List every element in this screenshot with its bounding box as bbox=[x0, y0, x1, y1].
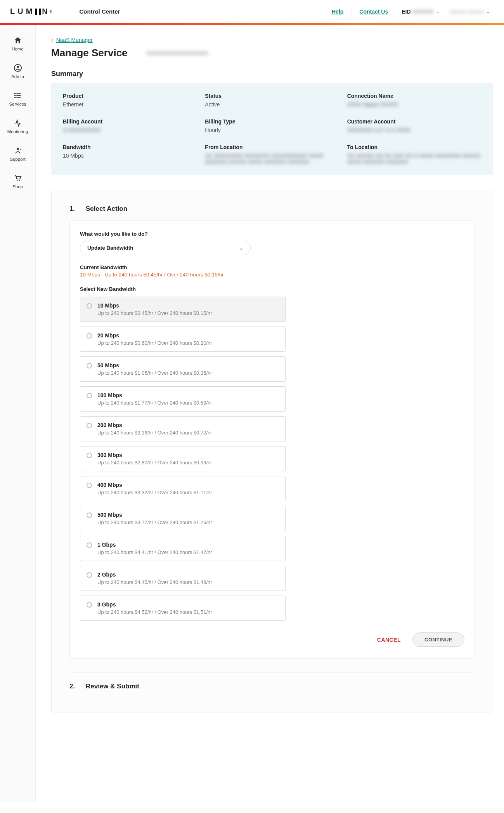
option-title: 50 Mbps bbox=[97, 362, 279, 368]
breadcrumb: ‹ NaaS Manager bbox=[51, 37, 493, 43]
step1-header: 1. Select Action bbox=[69, 205, 475, 213]
option-title: 3 Gbps bbox=[97, 601, 279, 608]
radio-icon bbox=[87, 572, 92, 578]
divider bbox=[396, 6, 396, 17]
option-subtitle: Up to 240 hours $0.45/hr / Over 240 hour… bbox=[97, 310, 279, 316]
summary-item: StatusActive bbox=[205, 93, 339, 108]
summary-label: From Location bbox=[205, 144, 339, 150]
support-icon bbox=[14, 146, 22, 155]
step1-body: What would you like to do? Update Bandwi… bbox=[69, 221, 475, 659]
summary-card: ProductEthernetStatusActiveConnection Na… bbox=[51, 83, 493, 175]
summary-value: XXXXXXX LLC X-X XXXX bbox=[347, 127, 481, 133]
user-name: xxxxxx.xxxxxx bbox=[450, 9, 484, 15]
eid-label: EID bbox=[402, 9, 410, 15]
summary-item: Customer AccountXXXXXXX LLC X-X XXXX bbox=[347, 118, 481, 133]
bandwidth-option[interactable]: 50 MbpsUp to 240 hours $1.05/hr / Over 2… bbox=[80, 356, 286, 382]
action-selected-label: Update Bandwidth bbox=[87, 245, 133, 251]
new-bandwidth-label: Select New Bandwidth bbox=[80, 286, 464, 292]
app-title: Control Center bbox=[79, 8, 120, 15]
option-subtitle: Up to 240 hours $3.32/hr / Over 240 hour… bbox=[97, 490, 279, 495]
summary-item: From LocationXX XXXXXXXX XXXXXXX XXXXXXX… bbox=[205, 144, 339, 165]
sidebar-item-label: Shop bbox=[12, 184, 23, 189]
radio-icon bbox=[87, 363, 92, 368]
bandwidth-option[interactable]: 300 MbpsUp to 240 hours $2.80/hr / Over … bbox=[80, 446, 286, 471]
option-title: 2 Gbps bbox=[97, 572, 279, 578]
summary-item: Connection NameXXXX Space XXXXX bbox=[347, 93, 481, 108]
summary-item: To LocationXX XXXXX XX XX XXX XX.X XXXX … bbox=[347, 144, 481, 165]
option-title: 200 Mbps bbox=[97, 422, 279, 428]
option-title: 100 Mbps bbox=[97, 392, 279, 398]
option-title: 10 Mbps bbox=[97, 302, 279, 309]
summary-item: Bandwidth10 Mbps bbox=[63, 144, 197, 165]
summary-heading: Summary bbox=[51, 70, 493, 78]
list-icon bbox=[14, 91, 22, 100]
summary-item: ProductEthernet bbox=[63, 93, 197, 108]
chevron-left-icon[interactable]: ‹ bbox=[51, 37, 53, 43]
radio-icon bbox=[87, 483, 92, 488]
chevron-down-icon[interactable]: ⌄ bbox=[436, 9, 440, 14]
sidebar-item-shop[interactable]: Shop bbox=[0, 168, 35, 195]
option-title: 400 Mbps bbox=[97, 482, 279, 488]
summary-value: Active bbox=[205, 101, 339, 108]
activity-icon bbox=[14, 119, 22, 127]
bandwidth-option[interactable]: 10 MbpsUp to 240 hours $0.45/hr / Over 2… bbox=[80, 297, 286, 322]
summary-label: Billing Type bbox=[205, 118, 339, 125]
svg-point-1 bbox=[17, 66, 19, 68]
svg-rect-3 bbox=[16, 93, 21, 94]
step-title: Select Action bbox=[86, 205, 127, 213]
sidebar-item-monitoring[interactable]: Monitoring bbox=[0, 113, 35, 140]
eid-value: 0000000 bbox=[412, 9, 434, 15]
contact-link[interactable]: Contact Us bbox=[359, 9, 388, 15]
summary-label: Status bbox=[205, 93, 339, 99]
option-subtitle: Up to 240 hours $0.60/hr / Over 240 hour… bbox=[97, 340, 279, 346]
cancel-button[interactable]: CANCEL bbox=[375, 636, 403, 643]
summary-value: XX XXXXXXXX XXXXXXX XXXXXXXXXX XXXX XXXX… bbox=[205, 153, 339, 165]
step-number: 1. bbox=[69, 205, 74, 213]
sidebar-item-home[interactable]: Home bbox=[0, 30, 35, 57]
sidebar-item-support[interactable]: Support bbox=[0, 140, 35, 168]
svg-point-9 bbox=[16, 180, 17, 181]
chevron-down-icon[interactable]: ⌄ bbox=[486, 9, 490, 14]
help-link[interactable]: Help bbox=[332, 9, 343, 15]
bandwidth-option[interactable]: 2 GbpsUp to 240 hours $4.45/hr / Over 24… bbox=[80, 566, 286, 591]
summary-label: To Location bbox=[347, 144, 481, 150]
step-number: 2. bbox=[69, 683, 74, 690]
summary-label: Connection Name bbox=[347, 93, 481, 99]
bandwidth-option[interactable]: 500 MbpsUp to 240 hours $3.77/hr / Over … bbox=[80, 506, 286, 531]
user-circle-icon bbox=[14, 64, 22, 72]
step-title: Review & Submit bbox=[86, 683, 139, 690]
sidebar-item-services[interactable]: Services bbox=[0, 85, 35, 113]
option-title: 500 Mbps bbox=[97, 512, 279, 518]
radio-icon bbox=[87, 453, 92, 458]
radio-icon bbox=[87, 512, 92, 518]
option-subtitle: Up to 240 hours $2.16/hr / Over 240 hour… bbox=[97, 430, 279, 436]
breadcrumb-link[interactable]: NaaS Manager bbox=[56, 37, 93, 43]
option-subtitle: Up to 240 hours $4.41/hr / Over 240 hour… bbox=[97, 549, 279, 555]
radio-icon bbox=[87, 303, 92, 309]
svg-rect-7 bbox=[16, 97, 21, 98]
svg-point-2 bbox=[14, 93, 16, 94]
svg-point-10 bbox=[19, 180, 20, 181]
bandwidth-option[interactable]: 100 MbpsUp to 240 hours $1.77/hr / Over … bbox=[80, 386, 286, 412]
option-subtitle: Up to 240 hours $1.05/hr / Over 240 hour… bbox=[97, 370, 279, 376]
action-select[interactable]: Update Bandwidth ⌄ bbox=[80, 241, 251, 255]
sidebar-item-label: Home bbox=[12, 47, 24, 51]
radio-icon bbox=[87, 542, 92, 548]
svg-point-6 bbox=[14, 97, 16, 99]
svg-point-4 bbox=[14, 95, 16, 96]
summary-value: Ethernet bbox=[63, 101, 197, 108]
sidebar-item-admin[interactable]: Admin bbox=[0, 57, 35, 85]
cart-icon bbox=[14, 174, 22, 182]
bandwidth-option[interactable]: 200 MbpsUp to 240 hours $2.16/hr / Over … bbox=[80, 416, 286, 441]
bandwidth-option[interactable]: 20 MbpsUp to 240 hours $0.60/hr / Over 2… bbox=[80, 327, 286, 352]
option-title: 1 Gbps bbox=[97, 542, 279, 548]
continue-button[interactable]: CONTINUE bbox=[412, 632, 464, 647]
bandwidth-option[interactable]: 400 MbpsUp to 240 hours $3.32/hr / Over … bbox=[80, 476, 286, 501]
bandwidth-option[interactable]: 3 GbpsUp to 240 hours $4.52/hr / Over 24… bbox=[80, 596, 286, 621]
current-bandwidth-label: Current Bandwidth bbox=[80, 264, 464, 270]
step2-header: 2. Review & Submit bbox=[69, 683, 475, 690]
summary-value: Hourly bbox=[205, 127, 339, 133]
logo-e-glyph bbox=[35, 9, 41, 15]
sidebar: Home Admin Services Monitoring Support S… bbox=[0, 25, 36, 802]
bandwidth-option[interactable]: 1 GbpsUp to 240 hours $4.41/hr / Over 24… bbox=[80, 536, 286, 561]
